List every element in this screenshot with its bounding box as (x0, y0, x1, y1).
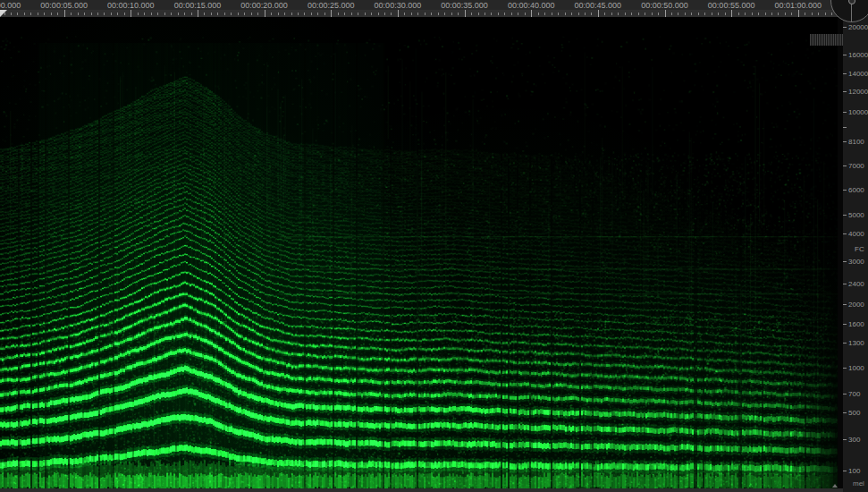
ruler-tick (317, 13, 318, 15)
frequency-tick: 16000 (843, 51, 868, 59)
ruler-tick (271, 13, 272, 15)
ruler-tick (731, 10, 732, 17)
ruler-tick (444, 13, 445, 15)
frequency-tick: 500 (843, 409, 860, 417)
ruler-tick (785, 13, 786, 15)
ruler-tick (324, 13, 325, 15)
ruler-tick (691, 13, 692, 15)
timeline-ticks-row (0, 10, 843, 17)
ruler-tick (91, 13, 92, 15)
ruler-tick (151, 13, 152, 15)
frequency-scale[interactable]: Hz FC mel 200001600014000120001000081007… (843, 0, 868, 492)
ruler-tick (585, 13, 586, 15)
ruler-tick (525, 13, 526, 15)
ruler-tick (231, 13, 232, 15)
zoom-grip[interactable] (810, 34, 843, 46)
ruler-tick (485, 13, 485, 15)
ruler-tick (265, 10, 265, 17)
ruler-tick (211, 13, 212, 15)
ruler-tick (758, 13, 759, 15)
ruler-tick (704, 13, 705, 15)
ruler-tick (625, 13, 626, 15)
ruler-time-label: 00:00:50.000 (641, 1, 688, 10)
ruler-time-label: 00:00:05.000 (40, 1, 88, 10)
frequency-tick: 4000 (843, 230, 864, 238)
ruler-tick (565, 13, 566, 15)
ruler-tick (471, 13, 472, 15)
ruler-tick (552, 13, 552, 15)
frequency-tick-label: 500 (848, 409, 860, 417)
frequency-tick-label: 14000 (848, 70, 868, 78)
ruler-tick (217, 13, 218, 15)
frequency-tick-label: 8100 (848, 138, 864, 146)
ruler-tick (825, 13, 826, 15)
ruler-tick (30, 13, 31, 15)
ruler-tick (771, 13, 772, 15)
frequency-tick-label: 700 (848, 390, 860, 398)
ruler-tick (558, 13, 559, 15)
ruler-tick (51, 13, 52, 15)
ruler-tick (391, 13, 392, 15)
ruler-tick (257, 13, 258, 15)
ruler-tick (97, 13, 98, 15)
ruler-tick (11, 13, 12, 15)
ruler-tick (438, 13, 439, 15)
ruler-tick (812, 13, 813, 15)
horizontal-scrollbar[interactable] (0, 488, 868, 492)
ruler-tick (658, 13, 659, 15)
ruler-tick (478, 13, 479, 15)
ruler-tick (745, 13, 746, 15)
ruler-tick (191, 13, 192, 15)
ruler-tick (411, 13, 412, 15)
ruler-tick (591, 13, 592, 15)
spectrogram-canvas[interactable] (0, 18, 838, 488)
ruler-tick (465, 10, 466, 17)
ruler-tick (718, 13, 719, 15)
ruler-time-label: 00:00:15.000 (174, 1, 222, 10)
frequency-tick-label: 2000 (848, 301, 864, 309)
ruler-tick (712, 13, 712, 15)
ruler-tick (698, 13, 699, 15)
ruler-tick (831, 13, 832, 15)
ruler-tick (544, 13, 545, 15)
timeline-ruler[interactable]: 00:00:00.00000:00:05.00000:00:10.00000:0… (0, 0, 843, 17)
dial-hub-icon (848, 0, 855, 4)
ruler-tick (752, 13, 753, 15)
ruler-tick (57, 13, 58, 15)
ruler-tick (338, 13, 339, 15)
frequency-tick-label: 300 (848, 436, 860, 444)
ruler-tick (531, 10, 532, 17)
ruler-tick (778, 13, 779, 15)
ruler-tick (358, 13, 358, 15)
ruler-time-label: 00:00:45.000 (575, 1, 622, 10)
ruler-tick (131, 10, 131, 17)
ruler-tick (104, 13, 105, 15)
ruler-tick (164, 13, 165, 15)
ruler-tick (157, 13, 158, 15)
ruler-tick (304, 13, 305, 15)
ruler-tick (504, 13, 505, 15)
ruler-tick (578, 13, 579, 15)
ruler-tick (518, 13, 518, 15)
scale-type-label: mel (853, 479, 864, 488)
ruler-tick (384, 13, 385, 15)
ruler-tick (71, 13, 72, 15)
ruler-tick (511, 13, 512, 15)
ruler-tick (278, 13, 279, 15)
frequency-tick: 7000 (843, 162, 864, 170)
ruler-time-label: 00:00:10.000 (107, 1, 155, 10)
ruler-tick (244, 13, 245, 15)
playhead-marker[interactable] (0, 10, 7, 17)
ruler-tick (491, 13, 492, 15)
ruler-tick (224, 13, 225, 15)
ruler-tick (791, 13, 792, 15)
ruler-tick (818, 13, 819, 15)
frequency-tick: 300 (843, 436, 860, 444)
ruler-tick (284, 13, 285, 15)
ruler-tick (431, 13, 432, 15)
ruler-tick (184, 13, 185, 15)
ruler-tick (451, 13, 452, 15)
frequency-tick-label: 1300 (848, 339, 864, 347)
frequency-tick: 6000 (843, 186, 864, 194)
ruler-tick (671, 13, 672, 15)
